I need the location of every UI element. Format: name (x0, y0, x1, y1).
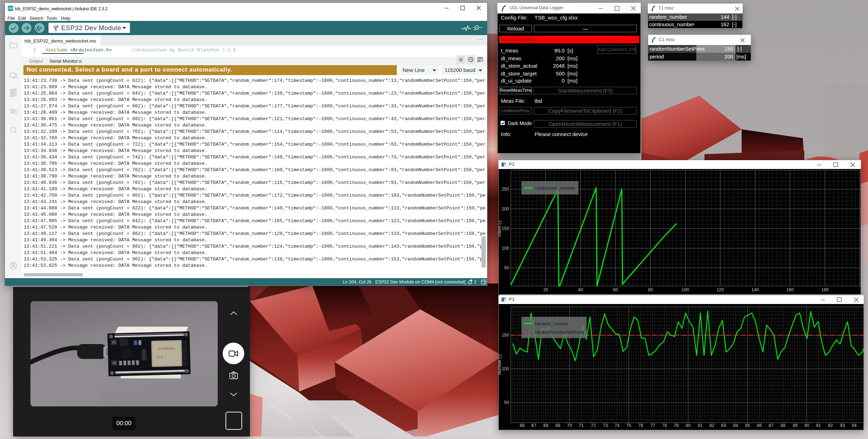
svg-text:77: 77 (650, 423, 655, 428)
svg-text:93: 93 (840, 423, 845, 428)
svg-text:69: 69 (555, 423, 560, 428)
svg-text:70: 70 (567, 423, 572, 428)
svg-text:67: 67 (531, 423, 536, 428)
svg-text:66: 66 (520, 423, 525, 428)
svg-text:180: 180 (821, 287, 829, 292)
svg-text:number [-]: number [-] (498, 355, 502, 375)
svg-text:160: 160 (786, 287, 794, 292)
svg-text:74: 74 (615, 423, 619, 428)
svg-text:82: 82 (709, 423, 714, 428)
svg-text:92: 92 (828, 423, 833, 428)
svg-text:random_number: random_number (535, 321, 569, 326)
svg-text:76: 76 (638, 423, 643, 428)
svg-text:continuous_number: continuous_number (535, 185, 576, 191)
svg-text:100: 100 (502, 366, 509, 371)
svg-text:87: 87 (769, 423, 773, 428)
svg-text:count [-]: count [-] (498, 220, 502, 236)
svg-text:71: 71 (579, 423, 584, 428)
svg-text:140: 140 (752, 287, 759, 292)
svg-text:120: 120 (716, 287, 724, 292)
svg-text:79: 79 (674, 423, 679, 428)
svg-text:Ai-Delivery: Ai-Delivery (158, 346, 175, 350)
svg-text:150: 150 (502, 333, 509, 338)
svg-text:72: 72 (591, 423, 596, 428)
svg-text:89: 89 (793, 423, 798, 428)
svg-text:85: 85 (745, 423, 750, 428)
svg-text:100: 100 (682, 287, 689, 292)
svg-text:150: 150 (502, 226, 509, 231)
svg-text:50: 50 (504, 400, 509, 405)
svg-text:68: 68 (543, 423, 548, 428)
svg-text:100: 100 (502, 246, 509, 251)
svg-text:90: 90 (804, 423, 809, 428)
svg-text:80: 80 (648, 287, 653, 292)
svg-text:50: 50 (504, 265, 509, 270)
svg-text:73: 73 (603, 423, 608, 428)
svg-text:200: 200 (502, 207, 509, 212)
svg-text:80: 80 (686, 423, 691, 428)
svg-text:91: 91 (816, 423, 821, 428)
svg-text:78: 78 (662, 423, 667, 428)
svg-text:randomNumberSetPoint: randomNumberSetPoint (535, 330, 584, 335)
svg-text:60: 60 (613, 287, 618, 292)
svg-text:81: 81 (698, 423, 703, 428)
svg-text:94: 94 (852, 423, 857, 428)
svg-text:83: 83 (721, 423, 726, 428)
svg-text:86: 86 (757, 423, 762, 428)
svg-text:40: 40 (578, 287, 583, 292)
svg-text:84: 84 (733, 423, 738, 428)
svg-text:C ε: C ε (157, 355, 162, 359)
svg-text:20: 20 (543, 287, 548, 292)
svg-text:75: 75 (626, 423, 631, 428)
svg-text:88: 88 (781, 423, 786, 428)
svg-text:250: 250 (502, 187, 509, 192)
